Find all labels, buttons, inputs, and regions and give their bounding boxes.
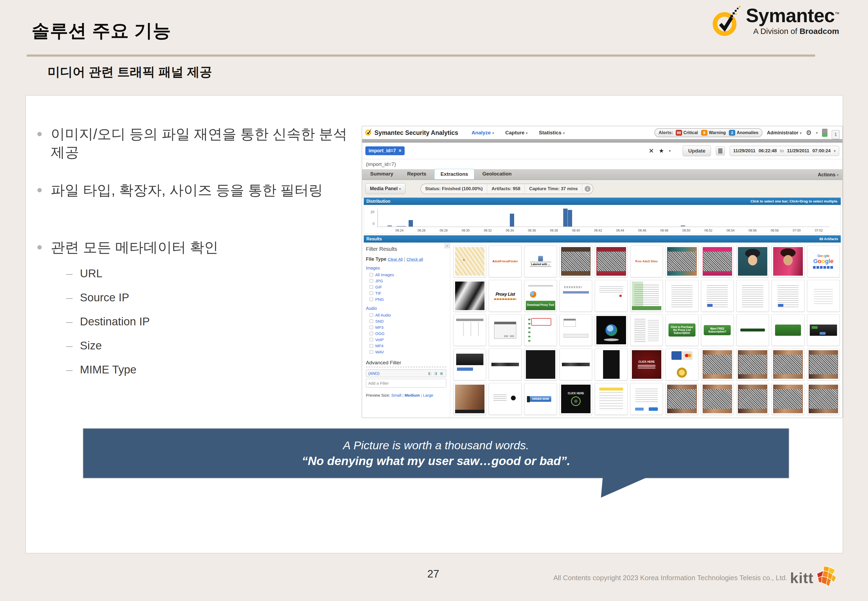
result-thumbnail[interactable] <box>595 349 627 380</box>
result-thumbnail[interactable] <box>454 349 486 380</box>
filetype-checkbox-gif[interactable]: GIF <box>366 284 446 290</box>
histogram-bar[interactable] <box>681 225 685 227</box>
result-thumbnail[interactable] <box>489 349 521 380</box>
preview-size-small[interactable]: Small <box>391 393 401 397</box>
distribution-chart[interactable]: 20 0 06:2406:2606:2806:3006:3206:3406:36… <box>364 205 841 234</box>
result-thumbnail[interactable] <box>736 383 769 415</box>
calendar-button[interactable] <box>716 146 725 156</box>
histogram-bar[interactable] <box>409 220 413 227</box>
result-thumbnail[interactable] <box>630 280 663 312</box>
preview-size-medium[interactable]: Medium <box>405 393 420 397</box>
filetype-checkbox-jpg[interactable]: JPG <box>366 278 446 284</box>
filetype-checkbox-voip[interactable]: VoIP <box>366 337 446 343</box>
result-thumbnail[interactable] <box>701 349 734 380</box>
filetype-checkbox-tif[interactable]: TIF <box>366 290 446 296</box>
result-thumbnail[interactable] <box>807 349 840 380</box>
result-thumbnail[interactable] <box>736 349 769 380</box>
favorite-icon[interactable]: ★ <box>659 148 664 154</box>
tab-extractions[interactable]: Extractions <box>434 169 474 179</box>
result-thumbnail[interactable] <box>524 349 557 380</box>
date-range-picker[interactable]: 11/29/2011 06:22:48 to 11/29/2011 07:00:… <box>729 146 839 156</box>
result-thumbnail[interactable]: CLICK HERE <box>630 349 663 380</box>
app-menu-analyze[interactable]: Analyze ▾ <box>472 130 494 136</box>
tab-geolocation[interactable]: Geolocation <box>477 169 518 179</box>
info-icon[interactable]: i <box>582 185 593 193</box>
result-thumbnail[interactable]: Want FREE Subscription? <box>701 314 734 346</box>
filetype-checkbox-wav[interactable]: WAV <box>366 349 446 355</box>
collapse-sidebar-icon[interactable]: « <box>445 243 449 248</box>
chevron-down-icon[interactable]: ▾ <box>816 131 818 135</box>
result-thumbnail[interactable] <box>807 383 840 415</box>
result-thumbnail[interactable] <box>772 280 804 312</box>
result-thumbnail[interactable]: AdultFriendFinder <box>489 246 521 277</box>
chevron-down-icon[interactable]: ▾ <box>669 148 671 153</box>
result-thumbnail[interactable]: CLICK HERE <box>559 383 592 415</box>
result-thumbnail[interactable] <box>454 314 486 346</box>
histogram-bar[interactable] <box>568 210 572 227</box>
result-thumbnail[interactable] <box>595 246 627 277</box>
user-menu[interactable]: Administrator ▾ <box>767 130 801 136</box>
result-thumbnail[interactable] <box>807 314 840 346</box>
result-thumbnail[interactable] <box>559 280 592 312</box>
app-menu-statistics[interactable]: Statistics ▾ <box>539 130 565 136</box>
alert-critical[interactable]: 99Critical <box>676 130 698 136</box>
result-thumbnail[interactable] <box>559 246 592 277</box>
result-thumbnail[interactable] <box>665 246 698 277</box>
result-thumbnail[interactable]: Labeled with ... <box>524 246 557 277</box>
result-thumbnail[interactable] <box>489 314 521 346</box>
update-button[interactable]: Update <box>683 146 711 156</box>
result-thumbnail[interactable] <box>665 383 698 415</box>
tab-reports[interactable]: Reports <box>401 169 432 179</box>
add-filter-input[interactable]: Add a Filter <box>366 379 446 387</box>
filetype-checkbox-mp3[interactable]: MP3 <box>366 324 446 330</box>
result-thumbnail[interactable]: GoogleGoogle <box>807 246 840 277</box>
result-thumbnail[interactable] <box>736 314 769 346</box>
result-thumbnail[interactable] <box>454 280 486 312</box>
result-thumbnail[interactable] <box>736 246 769 277</box>
clear-all-link[interactable]: Clear All <box>388 257 403 261</box>
filter-tag[interactable]: import_id=7× <box>365 146 405 155</box>
histogram-bar[interactable] <box>563 209 568 227</box>
filetype-checkbox-snd[interactable]: SND <box>366 318 446 324</box>
result-thumbnail[interactable] <box>701 246 734 277</box>
result-thumbnail[interactable]: Download Proxy Tool <box>524 280 557 312</box>
gear-icon[interactable]: ⚙ <box>806 129 812 136</box>
result-thumbnail[interactable] <box>701 383 734 415</box>
result-thumbnail[interactable] <box>454 246 486 277</box>
media-panel-button[interactable]: Media Panel ▾ <box>365 183 405 194</box>
histogram-bar[interactable] <box>397 226 406 227</box>
preview-size-large[interactable]: Large <box>423 393 433 397</box>
histogram-bar[interactable] <box>510 214 514 227</box>
filetype-checkbox-png[interactable]: PNG <box>366 296 446 302</box>
check-all-link[interactable]: Check all <box>407 257 423 261</box>
histogram-bar[interactable] <box>388 225 392 227</box>
result-thumbnail[interactable] <box>595 314 627 346</box>
result-thumbnail[interactable] <box>701 280 734 312</box>
filetype-checkbox-all-images[interactable]: All Images <box>366 272 446 278</box>
alert-warning[interactable]: 8Warning <box>701 130 726 136</box>
result-thumbnail[interactable] <box>665 280 698 312</box>
result-thumbnail[interactable] <box>595 280 627 312</box>
result-thumbnail[interactable] <box>807 280 840 312</box>
result-thumbnail[interactable]: Proxy List <box>489 280 521 312</box>
clear-filter-icon[interactable]: ✕ <box>649 147 654 155</box>
result-thumbnail[interactable] <box>559 314 592 346</box>
filter-action-icons[interactable]: ◧ ◨ ▣ <box>428 371 444 375</box>
alert-anomalies[interactable]: 2Anomalies <box>729 130 758 136</box>
result-thumbnail[interactable] <box>630 314 663 346</box>
actions-menu[interactable]: Actions ▾ <box>818 172 839 178</box>
result-thumbnail[interactable] <box>559 349 592 380</box>
tab-summary[interactable]: Summary <box>364 169 399 179</box>
window-badge[interactable]: 1 <box>832 130 840 139</box>
result-thumbnail[interactable] <box>454 383 486 415</box>
result-thumbnail[interactable] <box>772 246 804 277</box>
result-thumbnail[interactable] <box>665 349 698 380</box>
result-thumbnail[interactable] <box>595 383 627 415</box>
alerts-pill[interactable]: Alerts: 99Critical8Warning2Anomalies <box>654 128 763 137</box>
result-thumbnail[interactable]: Click to Purchase the Proxy List Subscri… <box>665 314 698 346</box>
filetype-checkbox-all-audio[interactable]: All Audio <box>366 312 446 318</box>
result-thumbnail[interactable] <box>772 349 804 380</box>
filetype-checkbox-ogg[interactable]: OGG <box>366 330 446 337</box>
result-thumbnail[interactable]: ORDER NOW <box>524 383 557 415</box>
app-menu-capture[interactable]: Capture ▾ <box>505 130 528 136</box>
